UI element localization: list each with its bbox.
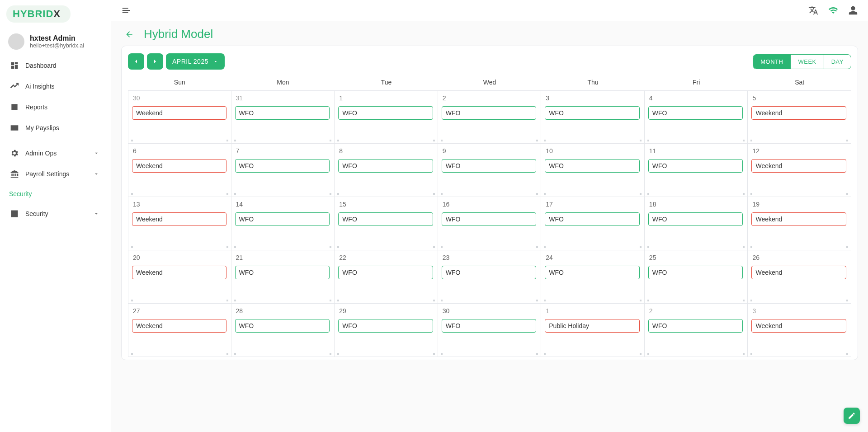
calendar-cell[interactable]: 20Weekend [128,250,231,304]
calendar-event[interactable]: WFO [235,319,330,333]
calendar-cell[interactable]: 18WFO [645,197,748,250]
calendar-event[interactable]: Weekend [751,319,846,333]
prev-month-button[interactable] [128,53,144,70]
calendar-event[interactable]: WFO [235,212,330,226]
sidebar-item-reports-2[interactable]: Reports [6,98,104,117]
sidebar-item-my-payslips-3[interactable]: My Payslips [6,118,104,137]
cell-resize-handle [441,193,538,196]
calendar-cell[interactable]: 26Weekend [748,250,851,304]
calendar-event[interactable]: WFO [648,266,743,279]
calendar-cell[interactable]: 7WFO [231,144,335,197]
calendar-event[interactable]: WFO [545,106,640,120]
month-picker-button[interactable]: APRIL 2025 [166,53,225,70]
calendar-cell[interactable]: 3Weekend [748,304,851,357]
cell-resize-handle [337,300,435,302]
account-icon[interactable] [848,5,858,15]
calendar-cell[interactable]: 21WFO [231,250,335,304]
calendar-event[interactable]: Weekend [751,106,846,120]
calendar-cell[interactable]: 17WFO [541,197,645,250]
view-week[interactable]: WEEK [790,55,823,69]
calendar-cell[interactable]: 28WFO [231,304,335,357]
brand-badge[interactable]: HYBRIDX [6,5,71,23]
next-month-button[interactable] [147,53,163,70]
calendar-event[interactable]: WFO [338,106,433,120]
calendar-cell[interactable]: 12Weekend [748,144,851,197]
calendar-cell[interactable]: 1WFO [335,90,438,144]
calendar-cell[interactable]: 4WFO [645,90,748,144]
calendar-cell[interactable]: 15WFO [335,197,438,250]
menu-toggle-icon[interactable] [121,5,131,15]
calendar-cell[interactable]: 11WFO [645,144,748,197]
calendar-event[interactable]: WFO [648,106,743,120]
calendar-cell[interactable]: 14WFO [231,197,335,250]
calendar-event[interactable]: WFO [442,159,537,173]
calendar-event[interactable]: WFO [648,319,743,333]
sidebar-item-dashboard-0[interactable]: Dashboard [6,56,104,75]
calendar-event[interactable]: WFO [338,319,433,333]
edit-fab[interactable] [844,408,860,424]
sidebar-item-ai-insights-1[interactable]: Ai Insights [6,77,104,96]
calendar-cell[interactable]: 31WFO [231,90,335,144]
calendar-event[interactable]: Weekend [751,266,846,279]
calendar-cell[interactable]: 5Weekend [748,90,851,144]
calendar-event[interactable]: WFO [545,159,640,173]
calendar-event[interactable]: Weekend [132,266,226,279]
calendar-event[interactable]: WFO [235,266,330,279]
day-number: 15 [339,201,434,208]
wifi-icon[interactable] [828,5,838,15]
calendar-cell[interactable]: 1Public Holiday [541,304,645,357]
calendar-cell[interactable]: 3WFO [541,90,645,144]
calendar-cell[interactable]: 9WFO [438,144,542,197]
calendar-cell[interactable]: 2WFO [645,304,748,357]
calendar-cell[interactable]: 10WFO [541,144,645,197]
calendar-cell[interactable]: 2WFO [438,90,542,144]
calendar-event[interactable]: WFO [338,266,433,279]
calendar-event[interactable]: WFO [442,106,537,120]
calendar-event[interactable]: WFO [442,212,537,226]
calendar-cell[interactable]: 8WFO [335,144,438,197]
calendar-event[interactable]: Public Holiday [545,319,640,333]
calendar-cell[interactable]: 27Weekend [128,304,231,357]
sidebar-item-admin-ops-4[interactable]: Admin Ops [6,144,104,163]
calendar-event[interactable]: Weekend [132,319,226,333]
calendar-cell[interactable]: 24WFO [541,250,645,304]
calendar-event[interactable]: WFO [338,159,433,173]
calendar-event[interactable]: WFO [442,266,537,279]
calendar-cell[interactable]: 13Weekend [128,197,231,250]
back-button[interactable] [123,28,136,41]
calendar-cell[interactable]: 22WFO [335,250,438,304]
calendar-event[interactable]: Weekend [751,212,846,226]
sidebar-item-security-6[interactable]: Security [6,185,104,202]
calendar-event[interactable]: WFO [442,319,537,333]
day-number: 30 [133,94,227,102]
calendar-event[interactable]: Weekend [132,106,226,120]
calendar-event[interactable]: Weekend [132,212,226,226]
calendar-cell[interactable]: 30WFO [438,304,542,357]
calendar-event[interactable]: WFO [235,106,330,120]
calendar-event[interactable]: WFO [545,212,640,226]
calendar-cell[interactable]: 25WFO [645,250,748,304]
calendar-cell[interactable]: 19Weekend [748,197,851,250]
language-icon[interactable] [808,5,818,15]
calendar-cell[interactable]: 29WFO [335,304,438,357]
calendar-event[interactable]: Weekend [751,159,846,173]
calendar-cell[interactable]: 6Weekend [128,144,231,197]
reports-icon [10,103,19,112]
calendar-event[interactable]: WFO [545,266,640,279]
sidebar-item-security-7[interactable]: Security [6,204,104,223]
view-day[interactable]: DAY [824,55,851,69]
sidebar-item-payroll-settings-5[interactable]: Payroll Settings [6,164,104,183]
calendar-event[interactable]: WFO [648,212,743,226]
calendar-cell[interactable]: 16WFO [438,197,542,250]
day-number: 11 [649,147,744,155]
calendar-event[interactable]: Weekend [132,159,226,173]
weekday-header: Sat [748,74,851,90]
calendar-cell[interactable]: 23WFO [438,250,542,304]
user-block[interactable]: hxtest Admin hello+test@hybridx.ai [8,33,103,50]
calendar-cell[interactable]: 30Weekend [128,90,231,144]
calendar-event[interactable]: WFO [235,159,330,173]
day-number: 14 [236,201,331,208]
calendar-event[interactable]: WFO [338,212,433,226]
calendar-event[interactable]: WFO [648,159,743,173]
view-month[interactable]: MONTH [753,55,790,69]
